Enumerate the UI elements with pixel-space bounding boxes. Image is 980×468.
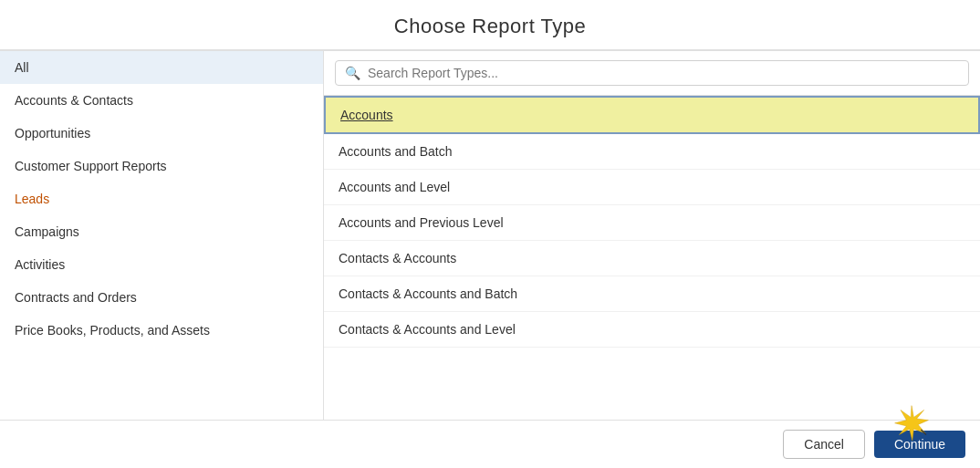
report-list: AccountsAccounts and BatchAccounts and L…: [324, 96, 980, 420]
sidebar-item-customer-support[interactable]: Customer Support Reports: [0, 150, 323, 182]
report-item-contacts-accounts[interactable]: Contacts & Accounts: [324, 241, 980, 276]
sidebar-item-all[interactable]: All: [0, 51, 323, 84]
footer: Cancel Continue: [0, 420, 980, 468]
dialog-header: Choose Report Type: [0, 0, 980, 50]
report-item-label: Contacts & Accounts and Batch: [339, 286, 517, 301]
report-item-contacts-accounts-batch[interactable]: Contacts & Accounts and Batch: [324, 276, 980, 312]
sidebar-item-opportunities[interactable]: Opportunities: [0, 117, 323, 150]
report-item-label: Accounts and Batch: [339, 144, 453, 159]
sidebar-item-accounts-contacts[interactable]: Accounts & Contacts: [0, 84, 323, 117]
report-item-label: Accounts: [340, 108, 393, 122]
sidebar-item-contracts-orders[interactable]: Contracts and Orders: [0, 281, 323, 314]
cancel-button[interactable]: Cancel: [783, 430, 865, 459]
report-item-contacts-accounts-level[interactable]: Contacts & Accounts and Level: [324, 312, 980, 348]
report-item-accounts-batch[interactable]: Accounts and Batch: [324, 134, 980, 170]
search-input[interactable]: [368, 66, 959, 80]
report-item-label: Contacts & Accounts: [339, 251, 456, 265]
search-wrapper: 🔍: [335, 60, 969, 86]
continue-button[interactable]: Continue: [874, 431, 965, 458]
report-item-label: Accounts and Previous Level: [339, 215, 504, 230]
report-item-label: Contacts & Accounts and Level: [339, 322, 516, 337]
sidebar-item-campaigns[interactable]: Campaigns: [0, 215, 323, 248]
sidebar: AllAccounts & ContactsOpportunitiesCusto…: [0, 51, 324, 420]
sidebar-item-activities[interactable]: Activities: [0, 248, 323, 281]
sidebar-item-leads[interactable]: Leads: [0, 182, 323, 215]
right-panel: 🔍 AccountsAccounts and BatchAccounts and…: [324, 51, 980, 420]
main-content: AllAccounts & ContactsOpportunitiesCusto…: [0, 50, 980, 420]
search-icon: 🔍: [345, 66, 360, 80]
report-item-accounts[interactable]: Accounts: [324, 96, 980, 134]
sidebar-item-price-books[interactable]: Price Books, Products, and Assets: [0, 314, 323, 347]
dialog-title: Choose Report Type: [0, 15, 980, 38]
search-bar: 🔍: [324, 51, 980, 96]
report-item-accounts-level[interactable]: Accounts and Level: [324, 170, 980, 205]
report-item-label: Accounts and Level: [339, 180, 450, 194]
report-item-accounts-prev-level[interactable]: Accounts and Previous Level: [324, 205, 980, 241]
